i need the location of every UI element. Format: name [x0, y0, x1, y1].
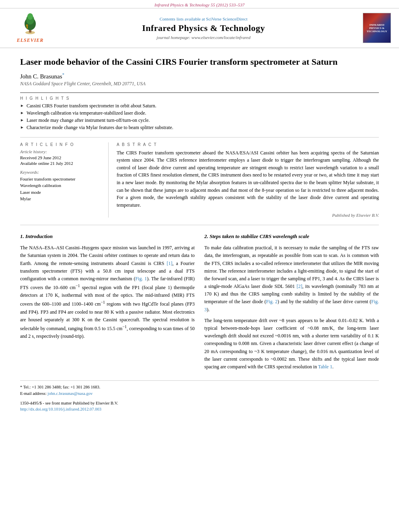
- journal-info-center: Contents lists available at SciVerse Sci…: [52, 16, 355, 40]
- journal-header: ELSEVIER Contents lists available at Sci…: [0, 8, 399, 48]
- keyword-3: Laser mode: [20, 189, 102, 196]
- footnote-doi: http://dx.doi.org/10.1016/j.infrared.201…: [20, 406, 379, 413]
- footnote-tel: * Tel.: +1 301 286 3488; fax: +1 301 286…: [20, 384, 379, 390]
- highlights-label: H I G H L I G H T S: [20, 96, 379, 101]
- highlight-item-4: ► Characterize mode change via Mylar fea…: [20, 125, 379, 131]
- article-info-col: A R T I C L E I N F O Article history: R…: [20, 142, 109, 218]
- keyword-4: Mylar: [20, 195, 102, 202]
- sciverse-link[interactable]: SciVerse ScienceDirect: [206, 16, 247, 21]
- ref-1-link[interactable]: [1]: [167, 261, 172, 266]
- section2-col: 2. Steps taken to stabilize CIRS wavelen…: [204, 232, 379, 374]
- intro-paragraph-1: The NASA–ESA–ASI Cassini–Huygens space m…: [20, 244, 195, 340]
- highlights-section: H I G H L I G H T S ► Cassini CIRS Fouri…: [20, 92, 379, 131]
- highlight-item-2: ► Wavelength calibration via temperature…: [20, 110, 379, 116]
- email-link[interactable]: john.c.brasunas@nasa.gov: [47, 391, 93, 396]
- paper-title: Laser mode behavior of the Cassini CIRS …: [20, 56, 379, 68]
- highlight-arrow-icon: ►: [20, 111, 24, 115]
- abstract-col: A B S T R A C T The CIRS Fourier transfo…: [117, 142, 379, 218]
- main-content: Laser mode behavior of the Cassini CIRS …: [0, 48, 399, 421]
- section2-paragraph-1: To make data calibration practical, it i…: [204, 244, 379, 314]
- svg-rect-6: [27, 26, 28, 29]
- journal-cover-image: INFRARED PHYSICS & TECHNOLOGY: [363, 13, 391, 43]
- ref-2-link[interactable]: [2]: [296, 283, 302, 289]
- author-name: John C. Brasunas*: [20, 72, 379, 80]
- article-info-label: A R T I C L E I N F O: [20, 142, 102, 147]
- elsevier-name: ELSEVIER: [17, 37, 44, 43]
- fig2-link[interactable]: Fig. 2: [266, 299, 278, 304]
- available-online-date: Available online 21 July 2012: [20, 161, 102, 166]
- keyword-2: Wavelength calibration: [20, 182, 102, 189]
- intro-heading: 1. Introduction: [20, 232, 195, 241]
- article-info-abstract: A R T I C L E I N F O Article history: R…: [20, 137, 379, 218]
- doi-link[interactable]: http://dx.doi.org/10.1016/j.infrared.201…: [20, 407, 101, 411]
- article-history-label: Article history:: [20, 149, 102, 154]
- highlight-item-1: ► Cassini CIRS Fourier transform spectro…: [20, 103, 379, 109]
- journal-cover: INFRARED PHYSICS & TECHNOLOGY: [355, 13, 391, 43]
- fig1-link[interactable]: Fig. 1: [135, 276, 147, 281]
- keywords-label: Keywords:: [20, 170, 102, 175]
- section-divider: [20, 225, 379, 225]
- highlight-item-3: ► Laser mode may change after instrument…: [20, 117, 379, 123]
- publisher-logo: ELSEVIER: [8, 12, 52, 43]
- abstract-label: A B S T R A C T: [117, 142, 379, 147]
- keyword-1: Fourier transform spectrometer: [20, 176, 102, 183]
- journal-title: Infrared Physics & Technology: [52, 23, 355, 33]
- section2-paragraph-2: The long-term temperature drift over ~8 …: [204, 317, 379, 371]
- highlight-arrow-icon: ►: [20, 118, 24, 122]
- received-date: Received 29 June 2012: [20, 155, 102, 160]
- table1-link[interactable]: Table 1: [318, 364, 332, 370]
- footnotes-section: * Tel.: +1 301 286 3488; fax: +1 301 286…: [20, 380, 379, 413]
- highlight-arrow-icon: ►: [20, 125, 24, 129]
- footnote-copyright: 1350-4495/$ - see front matter Published…: [20, 400, 379, 407]
- elsevier-tree-icon: [18, 12, 42, 37]
- journal-reference: Infrared Physics & Technology 55 (2012) …: [0, 0, 399, 8]
- highlight-arrow-icon: ►: [20, 103, 24, 108]
- abstract-text: The CIRS Fourier transform spectrometer …: [117, 149, 379, 209]
- published-by: Published by Elsevier B.V.: [117, 213, 379, 218]
- fig3-link[interactable]: Fig. 3: [204, 299, 379, 312]
- author-footnote-marker: *: [62, 72, 65, 77]
- introduction-col: 1. Introduction The NASA–ESA–ASI Cassini…: [20, 232, 195, 374]
- svg-point-4: [27, 13, 33, 20]
- svg-point-5: [26, 25, 28, 27]
- sciverse-text: Contents lists available at SciVerse Sci…: [52, 16, 355, 21]
- journal-url: journal homepage: www.elsevier.com/locat…: [52, 35, 355, 40]
- body-columns: 1. Introduction The NASA–ESA–ASI Cassini…: [20, 232, 379, 374]
- section2-heading: 2. Steps taken to stabilize CIRS wavelen…: [204, 232, 379, 241]
- author-affiliation: NASA Goddard Space Flight Center, Greenb…: [20, 81, 379, 87]
- footnote-email: E-mail address: john.c.brasunas@nasa.gov: [20, 390, 379, 397]
